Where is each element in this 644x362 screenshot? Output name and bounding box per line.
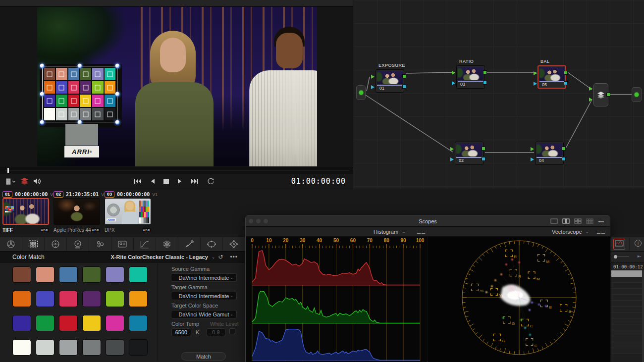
- color-swatch[interactable]: [106, 266, 124, 283]
- info-icon[interactable]: i: [634, 239, 642, 249]
- skip-start-icon[interactable]: [134, 178, 142, 184]
- clip-03[interactable]: 0300:00:00:00V1ARRIDPXHDR: [105, 189, 154, 237]
- selection-handle[interactable]: [115, 92, 120, 97]
- selection-handle[interactable]: [40, 92, 45, 97]
- node-key-input[interactable]: [531, 157, 534, 161]
- color-swatch[interactable]: [82, 291, 101, 307]
- node-rgb-input[interactable]: [534, 71, 537, 75]
- target-color-space-select[interactable]: DaVinci Wide Gamut⌄: [171, 310, 237, 318]
- clip-02[interactable]: 0221:20:35:01V1Apple ProRes 444...HDR: [54, 189, 103, 237]
- color-swatch[interactable]: [129, 339, 148, 356]
- node-key-output[interactable]: [483, 81, 487, 85]
- color-swatch[interactable]: [36, 339, 54, 356]
- source-gamma-select[interactable]: DaVinci Intermediate⌄: [171, 273, 237, 282]
- white-level-checkbox[interactable]: [229, 328, 235, 334]
- color-swatch[interactable]: [106, 339, 124, 356]
- keyframe-zoom-slider[interactable]: ⇤: [611, 252, 644, 262]
- loop-icon[interactable]: [207, 178, 215, 185]
- color-match-icon[interactable]: [22, 237, 45, 251]
- quad-view-icon[interactable]: [574, 217, 582, 226]
- color-swatch[interactable]: [59, 339, 78, 356]
- node-rgb-input[interactable]: [531, 147, 534, 151]
- viewer-video[interactable]: ARRI⊞: [37, 7, 317, 166]
- audio-icon[interactable]: [33, 178, 41, 185]
- mixer-input-port-1[interactable]: [589, 87, 592, 91]
- match-button[interactable]: Match: [181, 352, 226, 361]
- selection-handle[interactable]: [78, 64, 82, 68]
- corrector-node-01[interactable]: 01: [376, 69, 404, 93]
- color-swatch[interactable]: [36, 291, 54, 307]
- node-rgb-input[interactable]: [371, 75, 375, 79]
- color-swatch[interactable]: [12, 266, 31, 283]
- node-key-output[interactable]: [562, 157, 566, 161]
- node-rgb-output[interactable]: [483, 70, 487, 74]
- colorchecker-selection-box[interactable]: [42, 66, 117, 122]
- keyframe-row[interactable]: [611, 301, 643, 307]
- color-swatch[interactable]: [82, 266, 101, 283]
- keyframe-row[interactable]: [611, 348, 643, 354]
- keyframe-scrollbar[interactable]: [642, 270, 644, 362]
- color-swatch[interactable]: [59, 315, 78, 331]
- corrector-node-02[interactable]: 02: [455, 142, 483, 165]
- color-wheels-icon[interactable]: [45, 237, 67, 251]
- histogram-settings-icon[interactable]: ⚌⚍: [417, 227, 426, 237]
- power-window-icon[interactable]: [201, 237, 223, 251]
- reset-icon[interactable]: ↺: [218, 254, 223, 260]
- keyframe-row[interactable]: [611, 336, 643, 342]
- color-swatch[interactable]: [106, 291, 124, 307]
- play-icon[interactable]: [177, 178, 182, 184]
- node-rgb-output[interactable]: [482, 147, 485, 151]
- node-key-input[interactable]: [534, 82, 537, 86]
- vectorscope-settings-icon[interactable]: ⚌⚍: [596, 227, 605, 237]
- more-options-icon[interactable]: •••: [230, 254, 238, 260]
- clip-thumbnail[interactable]: ARRI: [105, 198, 151, 225]
- layers-wipe-icon[interactable]: [21, 178, 28, 185]
- scopes-more-icon[interactable]: •••: [598, 218, 604, 224]
- keyframe-row[interactable]: [611, 342, 643, 348]
- selection-handle[interactable]: [40, 120, 45, 125]
- corrector-node-05[interactable]: 05: [537, 65, 566, 89]
- motion-effects-icon[interactable]: [111, 237, 134, 251]
- playhead[interactable]: [7, 168, 9, 173]
- color-swatch[interactable]: [129, 291, 148, 307]
- split-screen-icon[interactable]: [6, 178, 16, 185]
- clip-thumbnail[interactable]: [54, 198, 100, 225]
- mixer-output-port[interactable]: [606, 93, 610, 97]
- skip-end-icon[interactable]: [191, 178, 199, 184]
- color-swatch[interactable]: [106, 315, 124, 331]
- keyframe-row[interactable]: [611, 277, 643, 283]
- node-graph-panel[interactable]: 01EXPOSURE03RATIO05BAL0204: [354, 0, 644, 189]
- selection-handle[interactable]: [40, 64, 45, 68]
- clip-01[interactable]: 0100:00:00:00V1TIFFHDR: [2, 189, 52, 237]
- node-key-output[interactable]: [564, 81, 568, 85]
- mixer-input-port-2[interactable]: [589, 98, 592, 102]
- color-swatch[interactable]: [129, 266, 148, 283]
- color-warper-icon[interactable]: [156, 237, 178, 251]
- node-key-input[interactable]: [452, 81, 455, 85]
- curves-icon[interactable]: [134, 237, 156, 251]
- step-back-icon[interactable]: [150, 178, 155, 184]
- collapse-panel-icon[interactable]: ⇤: [638, 254, 642, 259]
- color-swatch[interactable]: [59, 266, 78, 283]
- color-swatch[interactable]: [36, 315, 54, 331]
- color-swatch[interactable]: [129, 315, 148, 331]
- corrector-node-04[interactable]: 04: [535, 142, 564, 165]
- viewer-scrub-bar[interactable]: [0, 167, 353, 174]
- rgb-mixer-icon[interactable]: [89, 237, 111, 251]
- node-rgb-output[interactable]: [402, 74, 406, 78]
- color-swatch[interactable]: [59, 291, 78, 307]
- node-rgb-input[interactable]: [452, 71, 455, 75]
- corrector-node-03[interactable]: 03: [456, 65, 485, 89]
- keyframe-row[interactable]: [611, 330, 643, 336]
- histogram-select[interactable]: Histogram⌄: [374, 227, 409, 237]
- slider-knob[interactable]: [614, 255, 617, 259]
- color-temp-input[interactable]: 6500: [171, 328, 191, 336]
- color-swatch[interactable]: [12, 291, 31, 307]
- node-rgb-output[interactable]: [562, 147, 566, 151]
- color-swatch[interactable]: [12, 315, 31, 331]
- target-gamma-select[interactable]: DaVinci Intermediate⌄: [171, 292, 237, 300]
- keyframe-row-selected[interactable]: [611, 270, 643, 277]
- clip-thumbnail[interactable]: [2, 198, 49, 225]
- keyframe-row[interactable]: [611, 307, 643, 312]
- selection-handle[interactable]: [115, 64, 120, 68]
